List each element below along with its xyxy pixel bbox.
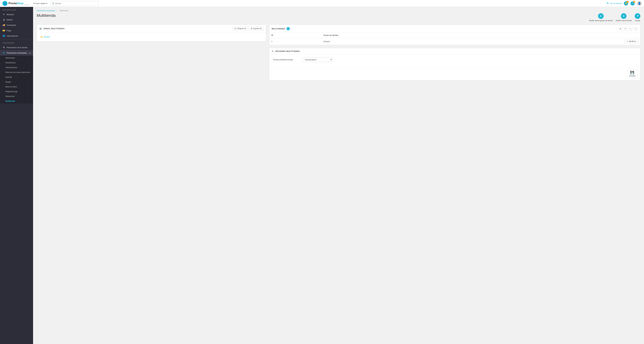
cart-btn[interactable]: 🛒 16 — [630, 1, 635, 5]
submenu-correo[interactable]: Direccion de correo electrónico — [0, 70, 33, 75]
sidebar-item-parametros-avanzados[interactable]: ⊕ Parametros Avanzados ▲ — [0, 50, 33, 55]
table-row: 1 Default ✏ Modificar — [269, 38, 640, 45]
view-store-btn[interactable]: 👁 Ver mi tienda — [606, 2, 622, 5]
options-icon: ⚙ — [272, 50, 274, 52]
two-col-layout: 🏢 ÁRBOL MULTITIENDA ⊟ Collapse All ⊞ Exp… — [37, 25, 640, 80]
gear-icon: ⚙ — [2, 46, 5, 49]
topbar-right: 👁 Ver mi tienda 🔔 2 🛒 16 👤 — [606, 1, 642, 6]
submenu-administracion[interactable]: Administración — [0, 65, 33, 70]
search-bar: 🔍 — [50, 1, 98, 6]
main-layout: PERSONALIZAR ✦ Modulos 🖥 Diseño 🚚 Transp… — [0, 7, 644, 344]
tree-icon: 🏢 — [39, 27, 42, 30]
logo[interactable]: 🐾 PrestaShop 1.7.7.3 — [2, 1, 28, 6]
add-store-icon: + — [621, 13, 626, 19]
expand-all-btn[interactable]: ⊞ Expand All — [249, 26, 264, 30]
breadcrumb-separator: / — [57, 9, 57, 12]
puzzle-icon: ✦ — [2, 13, 5, 16]
expand-arrow-icon: ▲ — [29, 52, 31, 54]
tree-column: 🏢 ÁRBOL MULTITIENDA ⊟ Collapse All ⊞ Exp… — [37, 25, 266, 80]
multitienda-title: MULTITIENDA — [272, 28, 285, 30]
col-grupo-header: Grupo de tiendas — [322, 33, 486, 38]
notification-badge: 2 — [626, 1, 629, 3]
add-group-icon: + — [598, 13, 604, 19]
right-column: MULTITIENDA 1 ⊕ ↻ >_ ≡ — [269, 25, 640, 80]
tree-card-header: 🏢 ÁRBOL MULTITIENDA ⊟ Collapse All ⊞ Exp… — [37, 25, 266, 32]
multitienda-table-body: ID Grupo de tiendas 1 Default ✏ Modifica… — [269, 33, 640, 45]
content-area: Parametros Avanzados / Multitienda Multi… — [33, 7, 644, 344]
submenu-registros[interactable]: Registros/Logs — [0, 89, 33, 94]
breadcrumb: Parametros Avanzados / Multitienda — [37, 9, 640, 12]
sidebar-item-modulos[interactable]: ✦ Modulos — [0, 12, 33, 17]
personalizar-section-title: PERSONALIZAR — [0, 7, 33, 12]
logo-text: PrestaShop — [8, 2, 24, 5]
tree-card: 🏢 ÁRBOL MULTITIENDA ⊟ Collapse All ⊞ Exp… — [37, 25, 266, 41]
tienda-form-row: Tienda predeterminada transportjardiDefa… — [273, 57, 637, 62]
sidebar-divider — [0, 39, 33, 39]
opciones-card-body: Tienda predeterminada transportjardiDefa… — [269, 54, 640, 67]
avatar[interactable]: 👤 — [637, 1, 642, 6]
card-icon: 💳 — [2, 29, 5, 32]
sidebar-item-diseno[interactable]: 🖥 Diseño — [0, 17, 33, 22]
help-btn[interactable]: ? Ayuda — [635, 13, 640, 22]
page-title: Multitienda — [37, 13, 56, 18]
breadcrumb-current: Multitienda — [60, 9, 68, 12]
globe-icon: 🌐 — [2, 34, 5, 37]
search-icon: 🔍 — [52, 2, 54, 4]
multitienda-count: 1 — [286, 27, 290, 30]
help-icon: ? — [635, 13, 640, 19]
plus-circle-icon: ⊕ — [2, 51, 5, 54]
opciones-card: ⚙ OPCIONES MULTITIENDA Tienda predetermi… — [269, 48, 640, 80]
parametros-avanzados-submenu: Informacion Rendimiento Administración D… — [0, 55, 33, 104]
opciones-title: OPCIONES MULTITIENDA — [275, 50, 300, 52]
tienda-label: Tienda predeterminada — [273, 58, 300, 61]
quick-access-btn[interactable]: Acceso rápido ▾ — [32, 2, 48, 5]
configurar-section-title: CONFIGURAR — [0, 40, 33, 45]
page-actions: + Añadir nuevo grupo de tienda + Añadir … — [589, 13, 640, 22]
page-header: Multitienda + Añadir nuevo grupo de tien… — [37, 13, 640, 22]
save-icon: 💾 — [630, 71, 634, 75]
submenu-equipo[interactable]: Equipo — [0, 80, 33, 84]
sidebar-item-transporte[interactable]: 🚚 Transporte — [0, 22, 33, 28]
cart-badge: 16 — [633, 1, 635, 3]
table-settings-btn[interactable]: ≡ — [634, 26, 638, 31]
truck-icon: 🚚 — [2, 24, 5, 26]
table-refresh-btn[interactable]: ↻ — [624, 26, 628, 31]
plus-icon: ⊞ — [251, 27, 252, 29]
submenu-importar[interactable]: Importar — [0, 75, 33, 80]
content-inner: Parametros Avanzados / Multitienda Multi… — [33, 7, 644, 344]
col-id-header: ID — [269, 33, 322, 38]
sidebar: PERSONALIZAR ✦ Modulos 🖥 Diseño 🚚 Transp… — [0, 7, 33, 344]
save-button[interactable]: 💾 Guardar — [627, 69, 638, 78]
row-id: 1 — [269, 38, 322, 45]
modify-btn[interactable]: ✏ Modificar — [624, 39, 638, 43]
tree-card-body: 📁 Default — [37, 32, 266, 41]
submenu-multitienda[interactable]: Multitienda — [0, 99, 33, 104]
eye-icon: 👁 — [606, 2, 609, 5]
submenu-webservice[interactable]: Webservice — [0, 94, 33, 99]
tree-item-default[interactable]: 📁 Default — [39, 35, 264, 39]
breadcrumb-parent[interactable]: Parametros Avanzados — [37, 9, 55, 12]
table-add-btn[interactable]: ⊕ — [618, 26, 622, 31]
multitienda-label: MULTITIENDA 1 — [272, 27, 290, 30]
tienda-select[interactable]: transportjardiDefault — [302, 57, 332, 62]
multitienda-card-header: MULTITIENDA 1 ⊕ ↻ >_ ≡ — [269, 25, 640, 33]
collapse-all-btn[interactable]: ⊟ Collapse All — [232, 26, 248, 30]
add-store-btn[interactable]: + Añadir nueva tienda — [616, 13, 632, 22]
multitienda-table: ID Grupo de tiendas 1 Default ✏ Modifica… — [269, 33, 640, 45]
table-actions: ⊕ ↻ >_ ≡ — [618, 26, 638, 31]
submenu-informacion[interactable]: Informacion — [0, 55, 33, 60]
table-cli-btn[interactable]: >_ — [628, 26, 633, 31]
sidebar-item-pago[interactable]: 💳 Pago — [0, 28, 33, 33]
topbar: 🐾 PrestaShop 1.7.7.3 Acceso rápido ▾ 🔍 👁… — [0, 0, 644, 7]
sidebar-item-parametros-tienda[interactable]: ⚙ Parametros de la tienda — [0, 45, 33, 50]
search-input[interactable] — [55, 2, 97, 4]
tree-card-title: ÁRBOL MULTITIENDA — [43, 27, 65, 30]
logo-icon: 🐾 — [2, 1, 8, 6]
add-group-btn[interactable]: + Añadir nuevo grupo de tienda — [589, 13, 612, 22]
notifications-btn[interactable]: 🔔 2 — [624, 1, 628, 5]
chevron-down-icon: ▾ — [46, 2, 47, 4]
sidebar-item-internacional[interactable]: 🌐 Internacional — [0, 33, 33, 39]
submenu-rendimiento[interactable]: Rendimiento — [0, 60, 33, 65]
row-action: ✏ Modificar — [487, 38, 640, 45]
submenu-base-datos[interactable]: Base de datos — [0, 84, 33, 89]
